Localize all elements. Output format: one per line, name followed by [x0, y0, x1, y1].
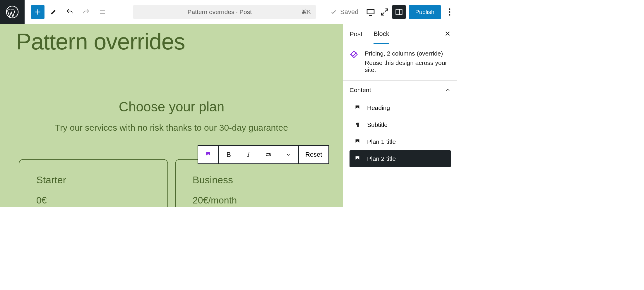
heading-icon [354, 139, 361, 145]
wordpress-logo[interactable] [0, 0, 25, 24]
paragraph-icon [354, 122, 361, 128]
plan-2-title[interactable]: Business [193, 174, 307, 186]
more-options-button[interactable] [444, 5, 455, 19]
block-info: Pricing, 2 columns (override) Reuse this… [343, 44, 457, 81]
redo-button[interactable] [78, 4, 94, 20]
content-item-subtitle[interactable]: Subtitle [350, 116, 451, 133]
content-item-plan-2-title[interactable]: Plan 2 title [350, 150, 451, 167]
bold-button[interactable] [219, 146, 239, 163]
content-list: Heading Subtitle Plan 1 title Plan 2 tit… [343, 99, 457, 174]
add-block-button[interactable] [31, 5, 44, 19]
page-title[interactable]: Pattern overrides [16, 24, 327, 55]
svg-rect-2 [396, 9, 402, 15]
tab-block[interactable]: Block [374, 24, 389, 44]
heading-icon [354, 105, 361, 111]
editor-canvas[interactable]: Pattern overrides Choose your plan Try o… [0, 24, 343, 207]
plan-2-price[interactable]: 20€/month [193, 195, 307, 206]
pattern-heading[interactable]: Choose your plan [16, 99, 327, 115]
undo-button[interactable] [62, 4, 77, 20]
edit-tool-button[interactable] [46, 4, 61, 20]
pricing-columns: Starter 0€ Business 20€/month [16, 159, 327, 207]
content-panel-header[interactable]: Content [343, 81, 457, 99]
top-toolbar: Pattern overrides · Post ⌘K Saved Publis… [0, 0, 457, 24]
block-name: Pricing, 2 columns (override) [365, 50, 451, 57]
plan-card-2[interactable]: Business 20€/month [175, 159, 324, 207]
plan-card-1[interactable]: Starter 0€ [19, 159, 168, 207]
italic-button[interactable] [239, 146, 258, 163]
document-title: Pattern overrides · Post [138, 8, 301, 15]
plan-1-title[interactable]: Starter [36, 174, 150, 186]
fullscreen-button[interactable] [378, 5, 392, 19]
svg-point-4 [449, 11, 451, 13]
pattern-subtitle[interactable]: Try our services with no risk thanks to … [16, 123, 327, 133]
block-toolbar: Reset [198, 145, 329, 164]
document-bar[interactable]: Pattern overrides · Post ⌘K [133, 5, 316, 19]
heading-icon [354, 156, 361, 162]
svg-point-3 [449, 8, 451, 10]
plan-1-price[interactable]: 0€ [36, 195, 150, 206]
block-type-icon[interactable] [198, 146, 218, 163]
svg-point-5 [449, 14, 451, 16]
more-formatting-button[interactable] [278, 146, 298, 163]
pattern-icon [350, 50, 358, 73]
close-sidebar-button[interactable] [444, 30, 451, 38]
tab-post[interactable]: Post [350, 25, 362, 44]
chevron-up-icon [445, 87, 451, 93]
document-overview-button[interactable] [95, 4, 110, 20]
svg-rect-1 [367, 9, 374, 14]
sidebar-tabs: Post Block [343, 24, 457, 44]
settings-sidebar-toggle[interactable] [392, 5, 406, 19]
publish-button[interactable]: Publish [409, 5, 441, 19]
settings-sidebar: Post Block Pricing, 2 columns (override)… [343, 24, 457, 207]
content-item-heading[interactable]: Heading [350, 99, 451, 116]
block-description: Reuse this design across your site. [365, 59, 451, 73]
link-button[interactable] [258, 146, 278, 163]
command-shortcut: ⌘K [301, 8, 311, 15]
saved-status: Saved [330, 8, 358, 16]
reset-button[interactable]: Reset [299, 146, 328, 163]
desktop-view-button[interactable] [364, 5, 378, 19]
content-panel: Content Heading Subtitle Plan 1 title [343, 81, 457, 174]
main-area: Pattern overrides Choose your plan Try o… [0, 24, 457, 207]
content-item-plan-1-title[interactable]: Plan 1 title [350, 133, 451, 150]
